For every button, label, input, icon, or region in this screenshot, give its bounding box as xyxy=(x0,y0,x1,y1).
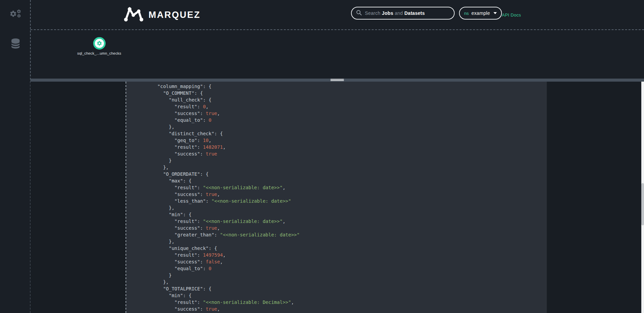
chevron-down-icon xyxy=(493,12,497,14)
code-line: "success": true, xyxy=(129,306,547,312)
code-line: "success": false, xyxy=(129,258,547,265)
code-line: "O_TOTALPRICE": { xyxy=(129,285,547,292)
gear-icon xyxy=(97,40,102,46)
job-node-label: sql_check_...umn_checks xyxy=(77,51,122,55)
code-line: "success": true, xyxy=(129,225,547,231)
database-icon xyxy=(11,38,20,49)
code-line: "equal_to": 0 xyxy=(129,265,547,272)
code-line: "result": 0, xyxy=(129,103,547,110)
sidebar-item-datasets[interactable] xyxy=(11,38,20,49)
code-line: "column_mapping": { xyxy=(129,83,547,90)
code-line: }, xyxy=(129,204,547,211)
left-sidebar xyxy=(0,0,30,313)
search-input[interactable]: Search Jobs and Datasets xyxy=(351,7,455,20)
code-line: "greater_than": "<<non-serializable: dat… xyxy=(129,231,547,238)
code-line: }, xyxy=(129,279,547,285)
namespace-prefix: ns xyxy=(464,11,469,16)
code-line: } xyxy=(129,157,547,164)
code-line: "result": "<<non-serializable: Decimal>>… xyxy=(129,299,547,306)
code-line: "min": { xyxy=(129,211,547,218)
code-line: "result": "<<non-serializable: date>>", xyxy=(129,184,547,191)
code-line: "success": true xyxy=(129,150,547,157)
code-line: "null_check": { xyxy=(129,96,547,103)
code-line: "max": { xyxy=(129,177,547,184)
code-line: }, xyxy=(129,164,547,171)
facets-json-viewer[interactable]: "column_mapping": { "O_COMMENT": { "null… xyxy=(126,82,547,313)
search-placeholder: Search Jobs and Datasets xyxy=(365,10,425,16)
lineage-graph[interactable]: sql_check_...umn_checks xyxy=(30,30,644,79)
search-icon xyxy=(356,10,362,17)
code-line: "O_COMMENT": { xyxy=(129,90,547,96)
drawer-dashed-divider xyxy=(126,82,126,313)
namespace-select[interactable]: ns example xyxy=(459,7,502,20)
code-line: "O_ORDERDATE": { xyxy=(129,171,547,177)
code-line: "equal_to": 0 xyxy=(129,117,547,123)
code-line: "geq_to": 10, xyxy=(129,137,547,144)
namespace-value: example xyxy=(472,10,490,16)
code-line: "result": 1497594, xyxy=(129,252,547,258)
job-node-circle[interactable] xyxy=(93,37,106,50)
code-line: }, xyxy=(129,238,547,245)
top-header: MARQUEZ Search Jobs and Datasets ns exam… xyxy=(0,0,644,30)
handle-line xyxy=(330,79,344,80)
code-line: "result": "<<non-serializable: date>>", xyxy=(129,218,547,225)
cogs-icon xyxy=(9,9,22,19)
vertical-scrollbar-thumb[interactable] xyxy=(641,183,644,225)
brand-logo[interactable]: MARQUEZ xyxy=(123,0,200,30)
brand-name: MARQUEZ xyxy=(149,10,200,20)
api-docs-link[interactable]: API Docs xyxy=(502,0,521,30)
sidebar-item-jobs[interactable] xyxy=(9,9,22,19)
code-line: }, xyxy=(129,123,547,130)
code-line: "result": 1482071, xyxy=(129,144,547,150)
code-line: "min": { xyxy=(129,292,547,299)
job-node[interactable]: sql_check_...umn_checks xyxy=(72,37,126,55)
code-line: "less_than": "<<non-serializable: date>>… xyxy=(129,198,547,204)
panel-resize-handle[interactable] xyxy=(330,79,344,81)
marquez-app: MARQUEZ Search Jobs and Datasets ns exam… xyxy=(0,0,644,313)
code-line: "unique_check": { xyxy=(129,245,547,252)
code-line: "distinct_check": { xyxy=(129,130,547,137)
code-line: "success": true, xyxy=(129,191,547,198)
vertical-scrollbar-track[interactable] xyxy=(641,82,644,313)
code-line: "success": true, xyxy=(129,110,547,117)
handle-line xyxy=(330,80,344,81)
marquez-logo-icon xyxy=(123,6,144,23)
code-line: } xyxy=(129,272,547,279)
